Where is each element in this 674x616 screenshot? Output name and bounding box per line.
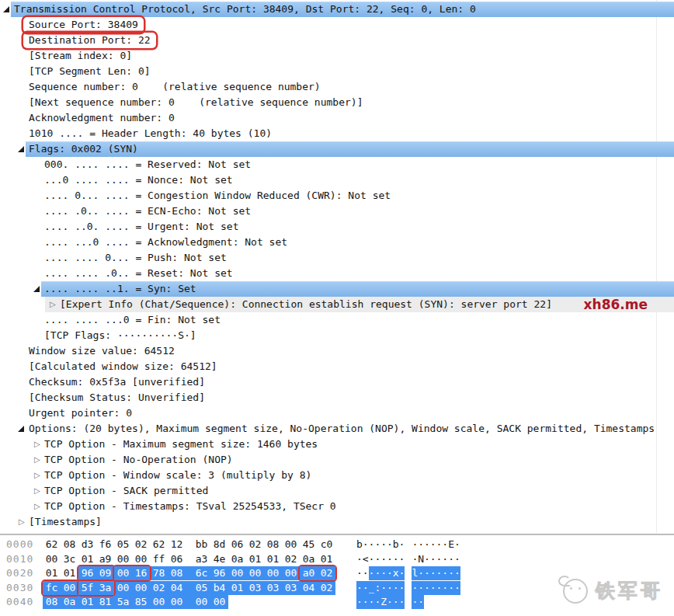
tree-row[interactable]: ▷[Timestamps] — [0, 514, 674, 530]
hex-byte[interactable]: 78 — [150, 566, 168, 580]
hex-byte[interactable]: 00 — [186, 595, 210, 609]
tree-row[interactable]: Sequence number: 0 (relative sequence nu… — [0, 79, 674, 95]
tree-row[interactable]: ▷[Expert Info (Chat/Sequence): Connectio… — [0, 297, 674, 312]
hex-bytes[interactable]: 003c01a90000ff06a34e0a0101020a01 — [43, 552, 335, 566]
hex-byte[interactable]: 0a — [300, 552, 318, 566]
hex-bytes[interactable]: 6208d3f605026212bb8d0602080045c0 — [43, 538, 335, 552]
hex-byte[interactable]: f6 — [96, 538, 114, 552]
hex-byte[interactable]: 03 — [264, 581, 282, 595]
hex-byte[interactable]: 08 — [61, 538, 78, 552]
expander-collapsed-icon[interactable]: ▷ — [34, 452, 40, 468]
tree-row[interactable]: .... 0... .... = Congestion Window Reduc… — [0, 188, 674, 204]
tree-row[interactable]: Source Port: 38409 — [0, 17, 674, 33]
expander-expanded-icon[interactable] — [18, 146, 24, 152]
hex-byte[interactable]: 5f — [78, 581, 96, 595]
hex-bytes[interactable]: 080a01815a8500000000 — [43, 595, 228, 609]
hex-byte[interactable]: 3c — [61, 552, 78, 566]
hex-byte[interactable]: 00 — [114, 581, 132, 595]
hex-byte[interactable]: b4 — [210, 581, 228, 595]
hex-byte[interactable]: 3a — [96, 581, 114, 595]
tree-row[interactable]: 000. .... .... = Reserved: Not set — [0, 157, 674, 172]
hex-byte[interactable]: 00 — [132, 552, 150, 566]
hex-byte[interactable]: 4e — [210, 552, 228, 566]
hex-byte[interactable]: 01 — [246, 552, 264, 566]
hex-byte[interactable]: bb — [186, 538, 210, 552]
hex-byte[interactable]: 08 — [43, 595, 61, 609]
hex-byte[interactable]: 96 — [210, 566, 228, 580]
hex-byte[interactable]: 05 — [114, 538, 132, 552]
hex-byte[interactable]: 00 — [246, 566, 264, 580]
expander-collapsed-icon[interactable]: ▷ — [34, 499, 40, 514]
expander-expanded-icon[interactable] — [33, 286, 40, 292]
hex-byte[interactable]: 45 — [300, 538, 318, 552]
hex-byte[interactable]: 04 — [300, 581, 318, 595]
tree-row[interactable]: .... .... ..1. = Syn: Set — [0, 281, 674, 297]
tree-row[interactable]: ▷TCP Option - Timestamps: TSval 25254533… — [0, 499, 674, 514]
tree-row[interactable]: Options: (20 bytes), Maximum segment siz… — [0, 421, 674, 437]
tree-row[interactable]: 1010 .... = Header Length: 40 bytes (10) — [0, 126, 674, 141]
hex-bytes[interactable]: fc005f3a0000020405b4010303030402 — [43, 581, 335, 595]
hex-byte[interactable]: c0 — [318, 538, 335, 552]
hex-byte[interactable]: 02 — [246, 538, 264, 552]
tree-row[interactable]: Transmission Control Protocol, Src Port:… — [0, 2, 674, 17]
hex-byte[interactable]: 09 — [96, 566, 114, 580]
tree-row[interactable]: .... .... ...0 = Fin: Not set — [0, 312, 674, 328]
expander-collapsed-icon[interactable]: ▷ — [34, 437, 40, 452]
hex-byte[interactable]: d3 — [78, 538, 96, 552]
expander-collapsed-icon[interactable]: ▷ — [50, 297, 56, 312]
hex-byte[interactable]: 00 — [228, 566, 246, 580]
hex-byte[interactable]: 85 — [132, 595, 150, 609]
tree-row[interactable]: [Checksum Status: Unverified] — [0, 390, 674, 405]
tree-row[interactable]: [Stream index: 0] — [0, 48, 674, 64]
tree-row[interactable]: .... .... .0.. = Reset: Not set — [0, 266, 674, 281]
tree-row[interactable]: ...0 .... .... = Nonce: Not set — [0, 172, 674, 188]
hex-byte[interactable]: 08 — [168, 566, 186, 580]
tree-row[interactable]: Checksum: 0x5f3a [unverified] — [0, 374, 674, 390]
hex-byte[interactable]: 02 — [318, 566, 335, 580]
hex-byte[interactable]: 6c — [186, 566, 210, 580]
ascii-column[interactable]: ····Z····· — [356, 595, 424, 613]
tree-row[interactable]: ▷TCP Option - No-Operation (NOP) — [0, 452, 674, 468]
tree-row[interactable]: Urgent pointer: 0 — [0, 405, 674, 421]
tree-row[interactable]: .... ..0. .... = Urgent: Not set — [0, 219, 674, 235]
hex-byte[interactable]: 01 — [78, 595, 96, 609]
hex-byte[interactable]: a3 — [186, 552, 210, 566]
hex-byte[interactable]: 04 — [168, 581, 186, 595]
tree-row[interactable]: .... .0.. .... = ECN-Echo: Not set — [0, 204, 674, 219]
hex-byte[interactable]: 02 — [318, 581, 335, 595]
tree-row[interactable]: [Next sequence number: 0 (relative seque… — [0, 95, 674, 110]
hex-byte[interactable]: 00 — [132, 581, 150, 595]
hex-byte[interactable]: 00 — [114, 566, 132, 580]
tree-row[interactable]: ▷TCP Option - Window scale: 3 (multiply … — [0, 468, 674, 483]
tree-row[interactable]: Acknowledgment number: 0 — [0, 110, 674, 126]
expander-collapsed-icon[interactable]: ▷ — [19, 514, 25, 530]
hex-byte[interactable]: 12 — [168, 538, 186, 552]
hex-byte[interactable]: 00 — [282, 566, 300, 580]
tree-row[interactable]: .... ...0 .... = Acknowledgment: Not set — [0, 235, 674, 250]
hex-byte[interactable]: 01 — [228, 581, 246, 595]
hex-byte[interactable]: 00 — [282, 538, 300, 552]
tree-row[interactable]: [Calculated window size: 64512] — [0, 359, 674, 374]
hex-byte[interactable]: 03 — [246, 581, 264, 595]
hex-byte[interactable]: 62 — [43, 538, 61, 552]
hex-byte[interactable]: 06 — [228, 538, 246, 552]
tree-row[interactable]: ▷TCP Option - Maximum segment size: 1460… — [0, 437, 674, 452]
hex-byte[interactable]: 5a — [114, 595, 132, 609]
hex-byte[interactable]: a9 — [96, 552, 114, 566]
hex-byte[interactable]: 02 — [150, 581, 168, 595]
hex-byte[interactable]: 16 — [132, 566, 150, 580]
hex-byte[interactable]: 01 — [78, 552, 96, 566]
hex-byte[interactable]: 05 — [186, 581, 210, 595]
hex-byte[interactable]: 00 — [114, 552, 132, 566]
tree-row[interactable]: [TCP Segment Len: 0] — [0, 64, 674, 79]
expander-expanded-icon[interactable] — [3, 6, 9, 12]
hex-byte[interactable]: 06 — [168, 552, 186, 566]
hex-byte[interactable]: 00 — [150, 595, 168, 609]
tree-row[interactable]: .... .... 0... = Push: Not set — [0, 250, 674, 266]
hex-byte[interactable]: 96 — [78, 566, 96, 580]
hex-byte[interactable]: 01 — [61, 566, 78, 580]
tree-row[interactable]: [TCP Flags: ··········S·] — [0, 328, 674, 343]
hex-byte[interactable]: 01 — [43, 566, 61, 580]
hex-byte[interactable]: 81 — [96, 595, 114, 609]
tree-row[interactable]: ▷TCP Option - SACK permitted — [0, 483, 674, 499]
